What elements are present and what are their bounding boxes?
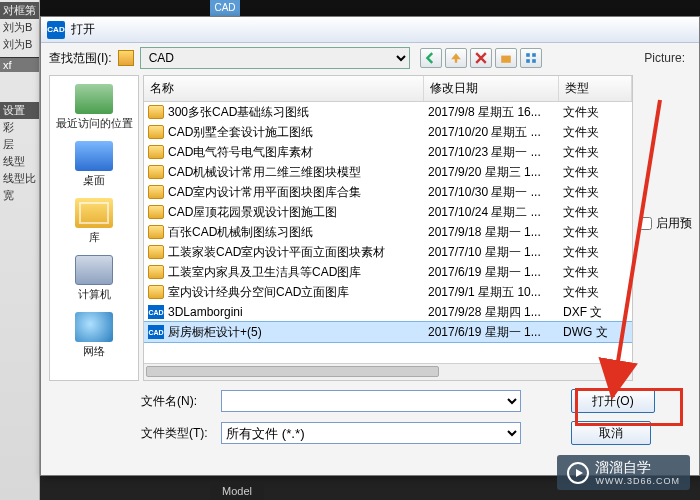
new-folder-button[interactable] xyxy=(495,48,517,68)
model-tab[interactable]: Model xyxy=(210,482,264,500)
file-name: 300多张CAD基础练习图纸 xyxy=(168,104,428,121)
folder-icon xyxy=(148,265,164,279)
place-desktop[interactable]: 桌面 xyxy=(75,141,113,188)
file-row[interactable]: 室内设计经典分空间CAD立面图库2017/9/1 星期五 10...文件夹 xyxy=(144,282,632,302)
places-bar: 最近访问的位置 桌面 库 计算机 网络 xyxy=(49,75,139,381)
column-headers[interactable]: 名称 修改日期 类型 xyxy=(144,76,632,102)
file-date: 2017/9/20 星期三 1... xyxy=(428,164,563,181)
file-type: 文件夹 xyxy=(563,264,632,281)
col-name[interactable]: 名称 xyxy=(144,76,424,101)
file-name: 工装室内家具及卫生洁具等CAD图库 xyxy=(168,264,428,281)
file-row[interactable]: 工装室内家具及卫生洁具等CAD图库2017/6/19 星期一 1...文件夹 xyxy=(144,262,632,282)
library-icon xyxy=(75,198,113,228)
file-date: 2017/10/24 星期二 ... xyxy=(428,204,563,221)
file-row[interactable]: CAD厨房橱柜设计+(5)2017/6/19 星期一 1...DWG 文 xyxy=(144,322,632,342)
file-name: CAD别墅全套设计施工图纸 xyxy=(168,124,428,141)
cad-file-icon: CAD xyxy=(148,305,164,319)
host-titlebar-left xyxy=(40,0,210,16)
file-name: CAD室内设计常用平面图块图库合集 xyxy=(168,184,428,201)
svg-rect-3 xyxy=(526,59,530,63)
toolbar-icons xyxy=(420,48,542,68)
file-date: 2017/9/1 星期五 10... xyxy=(428,284,563,301)
file-type: DXF 文 xyxy=(563,304,632,321)
horizontal-scrollbar[interactable]: ◄ ► xyxy=(144,363,632,380)
scroll-thumb[interactable] xyxy=(146,366,439,377)
delete-button[interactable] xyxy=(470,48,492,68)
picture-label: Picture: xyxy=(644,51,691,65)
place-library[interactable]: 库 xyxy=(75,198,113,245)
file-name: 室内设计经典分空间CAD立面图库 xyxy=(168,284,428,301)
file-name: CAD电气符号电气图库素材 xyxy=(168,144,428,161)
dialog-titlebar[interactable]: CAD 打开 xyxy=(41,17,699,43)
file-date: 2017/6/19 星期一 1... xyxy=(428,264,563,281)
file-name: 工装家装CAD室内设计平面立面图块素材 xyxy=(168,244,428,261)
folder-icon xyxy=(148,225,164,239)
dialog-title: 打开 xyxy=(71,21,95,38)
file-row[interactable]: CAD3DLamborgini2017/9/28 星期四 1...DXF 文 xyxy=(144,302,632,322)
preview-options: 启用预 xyxy=(639,75,699,381)
file-date: 2017/9/28 星期四 1... xyxy=(428,304,563,321)
file-type: 文件夹 xyxy=(563,104,632,121)
filter-select[interactable]: 所有文件 (*.*) xyxy=(221,422,521,444)
file-date: 2017/10/20 星期五 ... xyxy=(428,124,563,141)
back-button[interactable] xyxy=(420,48,442,68)
file-type: 文件夹 xyxy=(563,204,632,221)
cad-app-icon: CAD xyxy=(47,21,65,39)
file-type: 文件夹 xyxy=(563,164,632,181)
folder-icon xyxy=(148,105,164,119)
file-type: 文件夹 xyxy=(563,224,632,241)
up-button[interactable] xyxy=(445,48,467,68)
play-icon xyxy=(567,462,589,484)
file-row[interactable]: CAD电气符号电气图库素材2017/10/23 星期一 ...文件夹 xyxy=(144,142,632,162)
folder-icon xyxy=(148,125,164,139)
lookup-select[interactable]: CAD xyxy=(140,47,410,69)
desktop-icon xyxy=(75,141,113,171)
file-type: 文件夹 xyxy=(563,184,632,201)
file-date: 2017/6/19 星期一 1... xyxy=(428,324,563,341)
watermark: 溜溜自学 WWW.3D66.COM xyxy=(557,455,690,490)
file-date: 2017/7/10 星期一 1... xyxy=(428,244,563,261)
svg-rect-0 xyxy=(501,56,511,63)
svg-rect-1 xyxy=(526,53,530,57)
file-listview[interactable]: 名称 修改日期 类型 300多张CAD基础练习图纸2017/9/8 星期五 16… xyxy=(143,75,633,381)
file-name: 厨房橱柜设计+(5) xyxy=(168,324,428,341)
file-row[interactable]: 百张CAD机械制图练习图纸2017/9/18 星期一 1...文件夹 xyxy=(144,222,632,242)
file-rows[interactable]: 300多张CAD基础练习图纸2017/9/8 星期五 16...文件夹CAD别墅… xyxy=(144,102,632,363)
filename-label: 文件名(N): xyxy=(141,393,211,410)
cad-file-icon: CAD xyxy=(148,325,164,339)
place-network[interactable]: 网络 xyxy=(75,312,113,359)
file-row[interactable]: 工装家装CAD室内设计平面立面图块素材2017/7/10 星期一 1...文件夹 xyxy=(144,242,632,262)
cad-badge: CAD xyxy=(210,0,240,16)
file-row[interactable]: CAD室内设计常用平面图块图库合集2017/10/30 星期一 ...文件夹 xyxy=(144,182,632,202)
file-row[interactable]: 300多张CAD基础练习图纸2017/9/8 星期五 16...文件夹 xyxy=(144,102,632,122)
file-name: CAD机械设计常用二维三维图块模型 xyxy=(168,164,428,181)
folder-icon xyxy=(148,205,164,219)
file-type: 文件夹 xyxy=(563,284,632,301)
cancel-button[interactable]: 取消 xyxy=(571,421,651,445)
file-row[interactable]: CAD别墅全套设计施工图纸2017/10/20 星期五 ...文件夹 xyxy=(144,122,632,142)
place-recent[interactable]: 最近访问的位置 xyxy=(56,84,133,131)
file-date: 2017/10/23 星期一 ... xyxy=(428,144,563,161)
recent-icon xyxy=(75,84,113,114)
network-icon xyxy=(75,312,113,342)
enable-preview-checkbox[interactable]: 启用预 xyxy=(639,215,699,232)
views-button[interactable] xyxy=(520,48,542,68)
open-dialog: CAD 打开 查找范围(I): CAD Picture: 最近访问的位置 桌面 … xyxy=(40,16,700,476)
col-date[interactable]: 修改日期 xyxy=(424,76,559,101)
file-name: 3DLamborgini xyxy=(168,305,428,319)
lookup-row: 查找范围(I): CAD Picture: xyxy=(41,43,699,73)
col-type[interactable]: 类型 xyxy=(559,76,632,101)
file-row[interactable]: CAD机械设计常用二维三维图块模型2017/9/20 星期三 1...文件夹 xyxy=(144,162,632,182)
computer-icon xyxy=(75,255,113,285)
scroll-right-arrow[interactable]: ► xyxy=(615,364,632,381)
filename-input[interactable] xyxy=(221,390,521,412)
file-row[interactable]: CAD屋顶花园景观设计图施工图2017/10/24 星期二 ...文件夹 xyxy=(144,202,632,222)
file-date: 2017/9/8 星期五 16... xyxy=(428,104,563,121)
palette-row: 对框第 xyxy=(0,2,39,19)
open-button[interactable]: 打开(O) xyxy=(571,389,655,413)
place-computer[interactable]: 计算机 xyxy=(75,255,113,302)
file-type: 文件夹 xyxy=(563,244,632,261)
folder-icon xyxy=(148,165,164,179)
file-name: 百张CAD机械制图练习图纸 xyxy=(168,224,428,241)
dialog-bottom: 文件名(N): 打开(O) 文件类型(T): 所有文件 (*.*) 取消 xyxy=(41,383,699,449)
